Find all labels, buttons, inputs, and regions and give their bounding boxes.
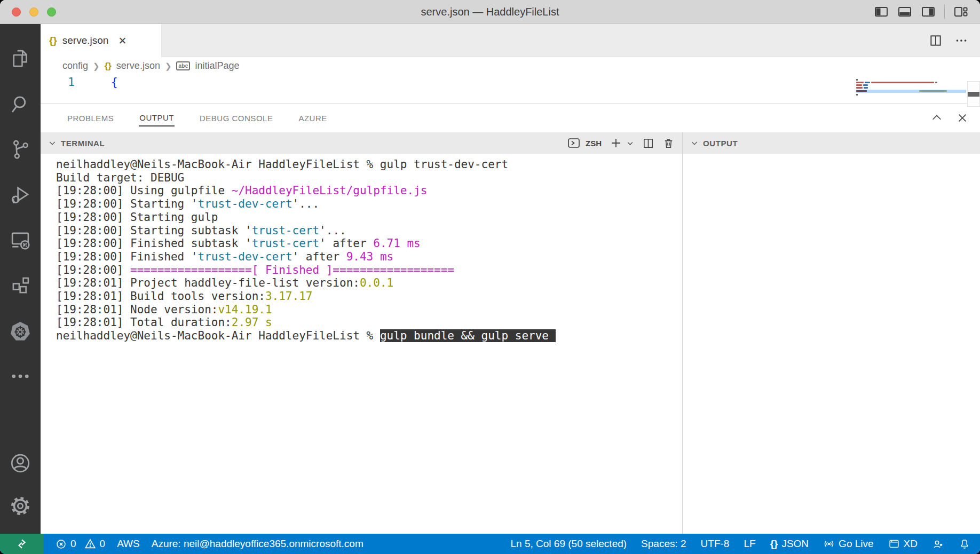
terminal-text-segment: '... (293, 197, 320, 210)
split-editor-icon[interactable] (929, 34, 943, 48)
json-file-icon: {} (49, 35, 57, 46)
terminal-line: [19:28:01] Node version:v14.19.1 (56, 303, 682, 316)
panel-tab-azure[interactable]: AZURE (298, 110, 327, 126)
terminal-text-segment: 9.43 ms (346, 250, 394, 263)
bottom-panel: PROBLEMS OUTPUT DEBUG CONSOLE AZURE TERM (41, 103, 980, 534)
terminal-text-segment: [19:28:00] Starting gulp (56, 211, 218, 224)
explorer-icon[interactable] (0, 36, 41, 81)
terminal-text-segment: [19:28:00] Finished ' (56, 250, 198, 263)
breadcrumb-serve-json[interactable]: serve.json (116, 60, 160, 72)
toggle-primary-sidebar-icon[interactable] (874, 5, 889, 18)
close-panel-icon[interactable] (957, 112, 968, 124)
terminal-text-segment: 3.17.17 (265, 290, 313, 303)
customize-layout-icon[interactable] (953, 5, 968, 18)
editor[interactable]: 1 { (41, 75, 980, 103)
editor-scrollbar-thumb[interactable] (968, 92, 979, 97)
close-tab-icon[interactable]: ✕ (118, 36, 127, 46)
terminal-text-segment: [19:28:00] Finished subtask ' (56, 237, 252, 250)
terminal-text-segment: [19:28:00] Using gulpfile (56, 184, 232, 197)
terminal-line: [19:28:00] Starting subtask 'trust-cert'… (56, 224, 682, 238)
maximize-panel-icon[interactable] (931, 112, 943, 124)
panel-tab-bar: PROBLEMS OUTPUT DEBUG CONSOLE AZURE (41, 104, 980, 132)
more-icon[interactable] (0, 353, 41, 399)
terminal-text-segment: ==================[ Finished ]==========… (130, 264, 454, 276)
output-header: OUTPUT (683, 132, 980, 154)
breadcrumb-initialpage[interactable]: initialPage (195, 60, 239, 72)
indentation-status[interactable]: Spaces: 2 (641, 538, 686, 550)
minimap[interactable] (856, 79, 966, 97)
terminal-text-segment: neilhaddley@Neils-MacBook-Air HaddleyFil… (56, 158, 508, 171)
error-count: 0 (70, 538, 76, 550)
new-terminal-icon[interactable] (610, 137, 622, 149)
settings-gear-icon[interactable] (0, 485, 41, 527)
more-actions-icon[interactable] (954, 34, 968, 48)
kubernetes-icon[interactable] (0, 308, 41, 353)
feedback-icon[interactable] (932, 538, 944, 550)
terminal-line: [19:28:00] Finished subtask 'trust-cert'… (56, 237, 682, 250)
bell-icon[interactable] (959, 538, 970, 550)
terminal-text-segment: trust-cert (252, 224, 319, 237)
minimap-selection (856, 90, 966, 93)
terminal-text-segment: trust-dev-cert (198, 197, 293, 210)
terminal-text-segment: v14.19.1 (218, 303, 272, 316)
terminal-text-segment: gulp bundle && gulp serve (380, 329, 556, 342)
encoding-status[interactable]: UTF-8 (701, 538, 730, 550)
terminal-text-segment: trust-cert (252, 237, 319, 250)
terminal-text-segment: ~/HaddleyFileList/gulpfile.js (232, 184, 428, 197)
breadcrumb-config[interactable]: config (62, 60, 88, 72)
terminal-line: [19:28:01] Total duration:2.97 s (56, 316, 682, 329)
language-mode-status[interactable]: {} JSON (770, 538, 809, 550)
warnings-icon (84, 538, 96, 550)
search-icon[interactable] (0, 81, 41, 126)
terminal-line: [19:28:00] Using gulpfile ~/HaddleyFileL… (56, 184, 682, 197)
warning-count: 0 (100, 538, 106, 550)
terminal-text-segment: 6.71 ms (373, 237, 421, 250)
xd-status[interactable]: XD (888, 538, 918, 550)
tab-label: serve.json (62, 35, 109, 46)
shell-label[interactable]: ZSH (586, 139, 602, 148)
cursor-position-status[interactable]: Ln 5, Col 69 (50 selected) (511, 538, 627, 550)
terminal-line: [19:28:00] Starting gulp (56, 211, 682, 224)
azure-account-status[interactable]: Azure: neil@haddleyoffice365.onmicrosoft… (152, 538, 363, 550)
output-title: OUTPUT (703, 139, 738, 148)
run-debug-icon[interactable] (0, 172, 41, 217)
terminal-text-segment: [19:28:01] Total duration: (56, 316, 232, 329)
terminal-line: neilhaddley@Neils-MacBook-Air HaddleyFil… (56, 329, 682, 343)
close-window-button[interactable] (12, 7, 21, 17)
split-terminal-icon[interactable] (642, 137, 654, 149)
terminal-header: TERMINAL ZSH (41, 132, 682, 154)
activity-bar (0, 24, 41, 534)
aws-status[interactable]: AWS (117, 538, 140, 550)
terminal-line: Build target: DEBUG (56, 171, 682, 185)
minimize-window-button[interactable] (29, 7, 38, 17)
terminal-text-segment: ' after (319, 237, 373, 250)
eol-status[interactable]: LF (744, 538, 755, 550)
terminal-text-segment: ' after (293, 250, 346, 263)
panel-tab-debug-console[interactable]: DEBUG CONSOLE (199, 110, 273, 126)
toggle-secondary-sidebar-icon[interactable] (921, 5, 936, 18)
tab-serve-json[interactable]: {} serve.json ✕ (41, 24, 162, 57)
chevron-down-icon[interactable] (690, 139, 699, 147)
terminal-content[interactable]: neilhaddley@Neils-MacBook-Air HaddleyFil… (41, 154, 682, 534)
problems-status[interactable]: 0 0 (56, 538, 105, 550)
account-icon[interactable] (0, 442, 41, 485)
breadcrumb: config ❯ {} serve.json ❯ abc initialPage (41, 57, 980, 75)
remote-indicator[interactable] (0, 534, 44, 554)
panel-tab-problems[interactable]: PROBLEMS (67, 110, 114, 126)
chevron-right-icon: ❯ (93, 61, 100, 71)
source-control-icon[interactable] (0, 126, 41, 172)
terminal-line: neilhaddley@Neils-MacBook-Air HaddleyFil… (56, 158, 682, 171)
status-bar: 0 0 AWS Azure: neil@haddleyoffice365.onm… (0, 534, 980, 554)
extensions-icon[interactable] (0, 263, 41, 308)
toggle-panel-icon[interactable] (897, 5, 912, 18)
chevron-down-icon[interactable] (48, 139, 57, 147)
terminal-line: [19:28:00] ==================[ Finished … (56, 264, 682, 277)
panel-tab-output[interactable]: OUTPUT (139, 110, 175, 126)
zoom-window-button[interactable] (47, 7, 56, 17)
launch-profile-icon[interactable] (567, 137, 581, 149)
dropdown-chevron-icon[interactable] (626, 139, 634, 147)
terminal-section: TERMINAL ZSH neilhaddley@Neils-MacBook-A… (41, 132, 682, 534)
kill-terminal-icon[interactable] (662, 137, 675, 149)
remote-explorer-icon[interactable] (0, 217, 41, 263)
go-live-status[interactable]: Go Live (823, 538, 873, 550)
